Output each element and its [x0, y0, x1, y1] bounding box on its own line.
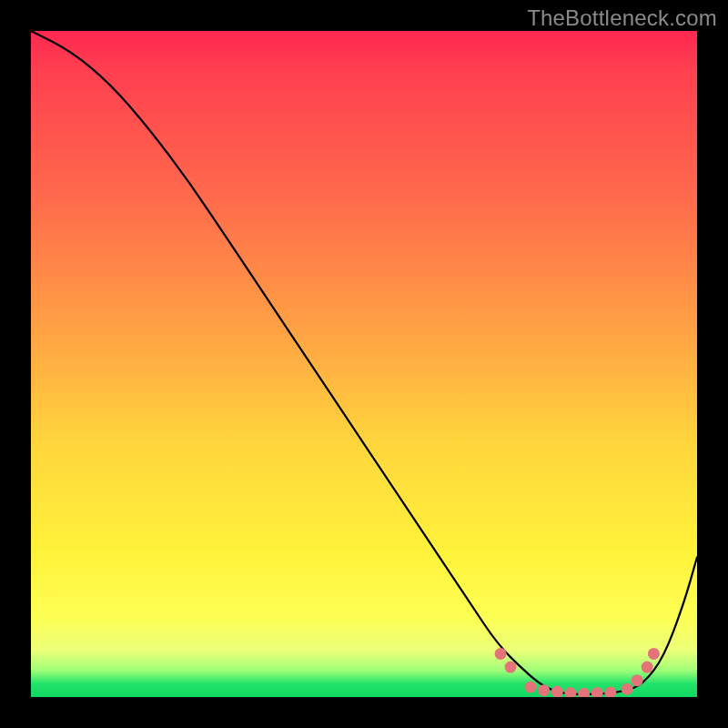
bottleneck-curve-path	[31, 31, 697, 694]
curve-marker	[622, 683, 633, 695]
curve-marker	[564, 687, 576, 697]
curve-marker	[592, 687, 603, 697]
plot-area	[31, 31, 697, 697]
curve-marker	[505, 662, 517, 673]
watermark-text: TheBottleneck.com	[527, 5, 717, 31]
curve-marker	[578, 688, 590, 697]
curve-marker	[538, 684, 550, 696]
curve-markers	[495, 648, 660, 697]
curve-marker	[525, 682, 537, 693]
plot-svg	[31, 31, 697, 697]
curve-marker	[632, 674, 643, 686]
curve-marker	[551, 686, 563, 697]
curve-marker	[648, 648, 660, 660]
curve-marker	[642, 662, 653, 673]
curve-marker	[495, 648, 507, 660]
chart-frame: TheBottleneck.com	[0, 0, 728, 728]
curve-marker	[604, 686, 616, 697]
